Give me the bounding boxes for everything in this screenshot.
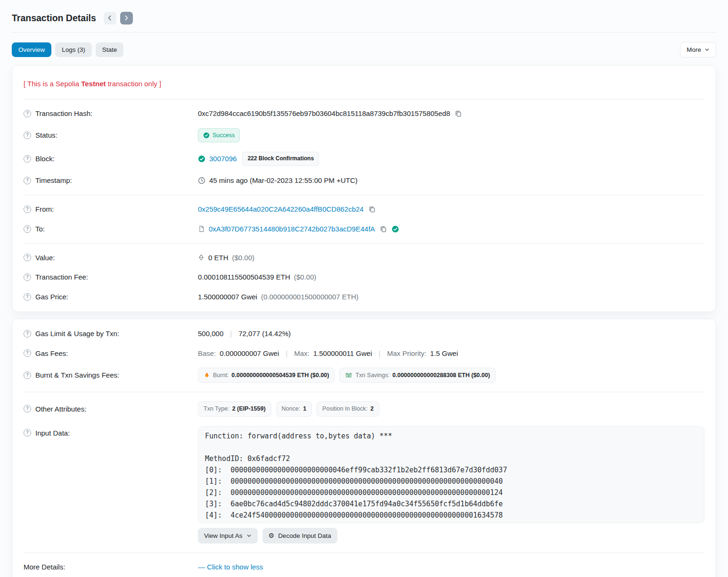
txn-type-value: 2 (EIP-1559) xyxy=(232,404,266,413)
gas-usage-value: 72,077 (14.42%) xyxy=(238,329,291,339)
row-value: Burnt: 0.000000000000504539 ETH ($0.00) … xyxy=(198,368,704,383)
gas-price-amount: 1.500000007 Gwei xyxy=(198,292,257,302)
tab-overview[interactable]: Overview xyxy=(12,42,51,57)
help-icon[interactable]: ? xyxy=(24,225,31,233)
to-row: ? To: 0xA3f07D6773514480b918C2742b027b3a… xyxy=(12,219,716,239)
position-in-block-chip: Position In Block: 2 xyxy=(317,401,379,416)
transaction-fee-row: ? Transaction Fee: 0.000108115500504539 … xyxy=(12,267,716,287)
more-details-label: More Details: xyxy=(24,562,65,572)
copy-from-address-button[interactable] xyxy=(368,205,376,214)
decode-input-data-button[interactable]: ⚙ Decode Input Data xyxy=(262,528,337,544)
row-value: 0 ETH ($0.00) xyxy=(198,253,704,263)
row-value: 1.500000007 Gwei (0.000000001500000007 E… xyxy=(198,292,704,302)
help-icon[interactable]: ? xyxy=(24,132,31,139)
copy-transaction-hash-button[interactable] xyxy=(454,109,463,118)
status-badge-label: Success xyxy=(213,131,235,140)
row-value: Success xyxy=(198,128,704,142)
overview-card: [ This is a Sepolia Testnet transaction … xyxy=(12,65,716,312)
row-label: ? From: xyxy=(24,204,198,214)
tab-logs[interactable]: Logs (3) xyxy=(55,42,92,57)
block-label: Block: xyxy=(35,154,55,164)
help-icon[interactable]: ? xyxy=(24,405,31,412)
burnt-fee-badge: Burnt: 0.000000000000504539 ETH ($0.00) xyxy=(198,368,335,383)
from-address-link[interactable]: 0x259c49E65644a020C2A642260a4ffB0CD862cb… xyxy=(198,204,364,214)
previous-transaction-button[interactable] xyxy=(104,12,116,25)
burnt-badge-value: 0.000000000000504539 ETH ($0.00) xyxy=(231,371,329,379)
help-icon[interactable]: ? xyxy=(24,293,31,301)
input-data-actions: View Input As ⚙ Decode Input Data xyxy=(198,528,704,544)
from-label: From: xyxy=(35,204,54,214)
help-icon[interactable]: ? xyxy=(24,177,31,184)
separator: | xyxy=(379,348,381,359)
help-icon[interactable]: ? xyxy=(24,254,31,261)
to-label: To: xyxy=(35,224,45,234)
show-less-toggle[interactable]: — Click to show less xyxy=(198,562,263,572)
max-fee-value: 1.500000011 Gwei xyxy=(313,348,372,359)
position-in-block-label: Position In Block: xyxy=(322,404,368,413)
chevron-down-icon xyxy=(704,47,710,52)
txn-savings-badge: Txn Savings: 0.000000000000288308 ETH ($… xyxy=(339,368,495,383)
transaction-hash-value: 0xc72d984ccac6190b5f135576eb97b03604bc81… xyxy=(198,108,450,119)
help-icon[interactable]: ? xyxy=(24,429,31,437)
max-priority-fee-value: 1.5 Gwei xyxy=(430,348,458,359)
help-icon[interactable]: ? xyxy=(24,206,31,213)
separator: | xyxy=(286,348,287,359)
savings-badge-label: Txn Savings: xyxy=(355,371,389,379)
row-value: 0xc72d984ccac6190b5f135576eb97b03604bc81… xyxy=(198,108,704,119)
status-label: Status: xyxy=(35,130,57,140)
row-value: 0xA3f07D6773514480b918C2742b027b3acD9E44… xyxy=(198,224,704,234)
eth-diamond-icon xyxy=(198,254,204,261)
timestamp-row: ? Timestamp: 45 mins ago (Mar-02-2023 12… xyxy=(12,171,716,190)
transaction-fee-label: Transaction Fee: xyxy=(35,272,88,282)
copy-to-address-button[interactable] xyxy=(379,224,388,233)
txn-type-label: Txn Type: xyxy=(204,404,229,413)
value-label: Value: xyxy=(35,253,55,263)
transaction-hash-row: ? Transaction Hash: 0xc72d984ccac6190b5f… xyxy=(12,104,716,124)
help-icon[interactable]: ? xyxy=(24,273,31,281)
row-value: Txn Type: 2 (EIP-1559) Nonce: 1 Position… xyxy=(198,401,704,416)
more-button[interactable]: More xyxy=(680,42,716,58)
view-input-as-button[interactable]: View Input As xyxy=(198,528,258,544)
divider xyxy=(24,552,704,553)
base-fee-value: 0.000000007 Gwei xyxy=(220,348,279,359)
input-data-textbox[interactable]: Function: forward(address to,bytes data)… xyxy=(198,426,704,523)
burnt-savings-row: ? Burnt & Txn Savings Fees: Burnt: 0.000… xyxy=(12,363,716,387)
row-label: ? Gas Price: xyxy=(24,292,198,302)
view-input-as-label: View Input As xyxy=(204,532,243,539)
input-data-area: Function: forward(address to,bytes data)… xyxy=(198,426,704,544)
tabs-toolbar: Overview Logs (3) State More xyxy=(12,42,716,58)
gas-limit-row: ? Gas Limit & Usage by Txn: 500,000 | 72… xyxy=(12,324,716,344)
success-check-icon xyxy=(203,132,210,139)
chevron-down-icon xyxy=(246,533,252,538)
help-icon[interactable]: ? xyxy=(24,110,31,117)
row-label: ? Input Data: xyxy=(24,426,198,438)
help-icon[interactable]: ? xyxy=(24,349,31,357)
nonce-value: 1 xyxy=(303,404,306,413)
transaction-details-page: Transaction Details Overview Logs (3) St… xyxy=(0,0,728,577)
nonce-chip: Nonce: 1 xyxy=(276,401,312,416)
value-usd: ($0.00) xyxy=(232,253,255,263)
row-label: ? Block: xyxy=(24,154,198,164)
row-label: ? Timestamp: xyxy=(24,175,198,186)
tab-state[interactable]: State xyxy=(96,42,124,57)
position-in-block-value: 2 xyxy=(370,404,374,413)
copy-icon xyxy=(455,110,462,117)
decode-input-data-label: Decode Input Data xyxy=(278,532,331,539)
row-value: — Click to show less xyxy=(198,562,704,572)
block-number-link[interactable]: 3007096 xyxy=(209,154,237,164)
row-label: ? Status: xyxy=(24,130,198,140)
divider xyxy=(24,99,704,99)
clock-icon xyxy=(198,177,205,184)
next-transaction-button[interactable] xyxy=(120,12,133,25)
row-label: More Details: xyxy=(24,562,198,572)
transaction-hash-label: Transaction Hash: xyxy=(35,108,92,119)
value-row: ? Value: 0 ETH ($0.00) xyxy=(12,248,716,268)
help-icon[interactable]: ? xyxy=(24,330,31,338)
nonce-label: Nonce: xyxy=(282,404,301,413)
to-address-link[interactable]: 0xA3f07D6773514480b918C2742b027b3acD9E44… xyxy=(209,224,375,234)
block-finalized-check-icon xyxy=(198,155,205,163)
help-icon[interactable]: ? xyxy=(24,371,31,379)
flame-icon xyxy=(204,372,210,379)
row-value: 3007096 222 Block Confirmations xyxy=(198,152,704,166)
help-icon[interactable]: ? xyxy=(24,155,31,163)
